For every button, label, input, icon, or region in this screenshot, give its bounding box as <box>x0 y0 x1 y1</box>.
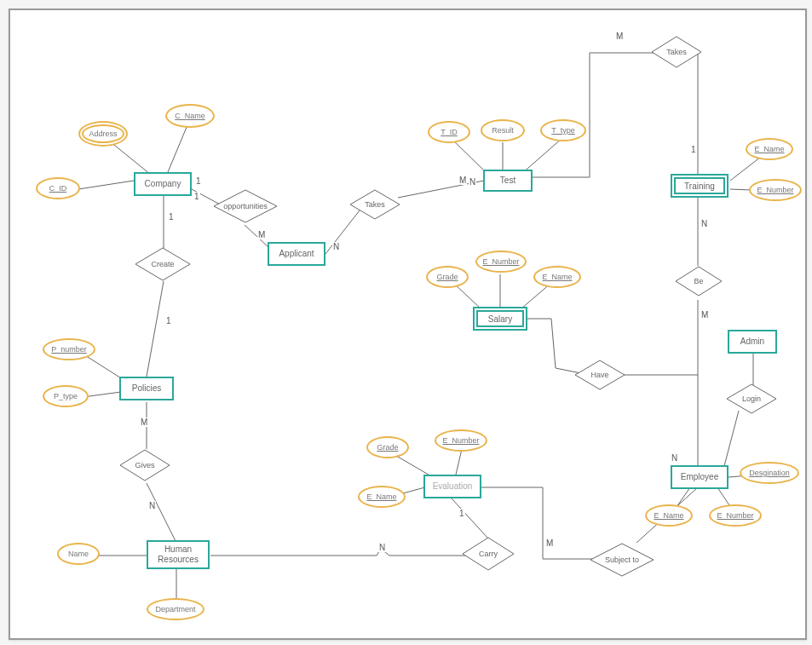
label: E_Name <box>542 273 572 281</box>
label: E_Number <box>482 257 519 266</box>
label: Training <box>684 181 715 191</box>
label: E_Number <box>757 186 793 194</box>
card: 1 <box>165 316 172 325</box>
label: Have <box>587 371 612 379</box>
entity-test: Test <box>483 170 533 192</box>
attr-c-name: C_Name <box>165 104 215 128</box>
attr-e-number-eval: E_Number <box>435 429 487 452</box>
card: 1 <box>168 212 175 222</box>
attr-p-number: P_number <box>43 338 95 360</box>
entity-training: Training <box>671 174 728 198</box>
rel-takes-test: Takes <box>349 189 400 220</box>
label: Carry <box>475 550 501 558</box>
svg-line-2 <box>78 181 134 189</box>
attr-address: Address <box>78 121 128 147</box>
label: opportunities <box>220 202 271 210</box>
card: N <box>671 453 678 463</box>
svg-line-17 <box>521 138 562 174</box>
svg-line-6 <box>147 281 164 377</box>
attr-grade-salary: Grade <box>426 266 469 288</box>
card: N <box>148 501 156 510</box>
label: T_type <box>551 126 575 135</box>
card: M <box>615 32 624 41</box>
attr-e-name-salary: E_Name <box>533 266 581 288</box>
attr-e-number-training: E_Number <box>749 179 802 201</box>
attr-e-name-training: E_Name <box>746 138 793 160</box>
label: P_number <box>51 345 87 354</box>
card: M <box>545 538 554 548</box>
rel-takes-training: Takes <box>651 36 702 68</box>
rel-carry: Carry <box>462 537 515 571</box>
attr-t-type: T_type <box>540 119 586 141</box>
svg-line-22 <box>453 283 481 308</box>
label: P_type <box>54 392 78 400</box>
label: Evaluation <box>433 481 473 492</box>
attr-designation: Desgination <box>740 462 799 484</box>
rel-have: Have <box>574 360 625 390</box>
card: 1 <box>193 192 200 201</box>
card: M <box>140 418 148 427</box>
label: Human Resources <box>152 544 204 565</box>
label: C_ID <box>49 184 67 193</box>
card: M <box>257 230 266 239</box>
label: Takes <box>663 48 690 56</box>
label: Test <box>500 176 515 186</box>
card: 1 <box>690 145 697 154</box>
label: Gives <box>131 461 158 469</box>
connector-lines <box>10 10 805 638</box>
label: Grade <box>436 273 458 281</box>
svg-line-26 <box>724 411 739 466</box>
label: C_Name <box>175 112 205 120</box>
label: Admin <box>740 337 764 347</box>
rel-be: Be <box>675 266 723 297</box>
rel-opportunities: opportunities <box>213 189 278 223</box>
rel-create: Create <box>135 247 191 281</box>
card: N <box>332 242 340 251</box>
label: Be <box>690 277 706 285</box>
attr-e-number-salary: E_Number <box>475 251 527 273</box>
svg-line-1 <box>168 121 189 172</box>
label: E_Number <box>717 511 753 520</box>
label: Applicant <box>279 249 314 259</box>
attr-grade-eval: Grade <box>366 436 409 458</box>
attr-e-number-emp: E_Number <box>709 504 762 527</box>
rel-subject-to: Subject to <box>590 543 654 577</box>
card: N <box>378 543 386 552</box>
svg-line-10 <box>147 483 176 543</box>
label: Address <box>89 130 117 138</box>
label: Result <box>492 126 514 135</box>
entity-hr: Human Resources <box>147 540 210 569</box>
label: Employee <box>681 472 718 482</box>
label: Name <box>68 550 89 558</box>
card: M <box>458 176 467 185</box>
card: 1 <box>458 509 465 518</box>
card: N <box>700 219 708 228</box>
attr-name-hr: Name <box>57 543 100 565</box>
label: Grade <box>377 443 398 452</box>
label: Subject to <box>602 556 642 564</box>
entity-employee: Employee <box>671 465 728 489</box>
rel-login: Login <box>726 383 777 414</box>
label: Salary <box>488 314 512 324</box>
label: E_Name <box>654 511 683 520</box>
svg-line-32 <box>456 449 462 475</box>
label: Create <box>147 260 177 268</box>
attr-e-name-emp: E_Name <box>645 504 693 527</box>
label: E_Name <box>754 145 784 153</box>
entity-evaluation: Evaluation <box>423 475 481 498</box>
attr-c-id: C_ID <box>36 177 80 199</box>
entity-salary: Salary <box>473 307 527 331</box>
card: M <box>700 310 709 320</box>
label: Department <box>155 605 195 613</box>
label: Desgination <box>749 469 790 477</box>
svg-line-15 <box>451 138 486 172</box>
card: N <box>469 177 476 187</box>
attr-e-name-eval: E_Name <box>358 486 406 508</box>
card: 1 <box>195 176 202 186</box>
label: E_Name <box>366 492 396 501</box>
label: E_Number <box>442 436 479 445</box>
entity-admin: Admin <box>728 330 777 354</box>
label: T_ID <box>441 128 458 136</box>
rel-gives: Gives <box>119 449 170 481</box>
entity-policies: Policies <box>119 377 174 400</box>
